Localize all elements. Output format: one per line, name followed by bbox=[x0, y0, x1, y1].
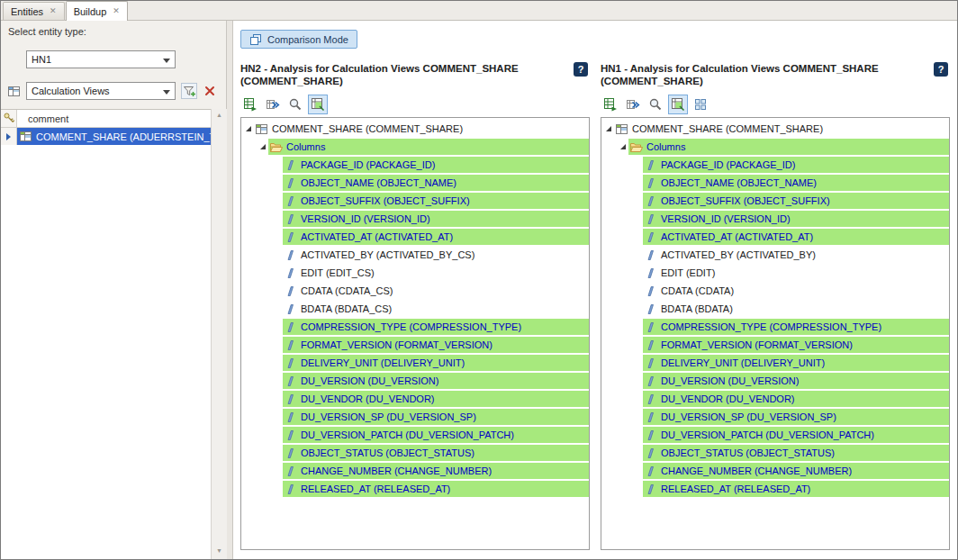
column-icon bbox=[644, 303, 657, 315]
tree-item[interactable]: EDIT (EDIT_CS) bbox=[241, 264, 589, 282]
tree-item-label: VERSION_ID (VERSION_ID) bbox=[661, 213, 791, 224]
tree-item[interactable]: FORMAT_VERSION (FORMAT_VERSION) bbox=[241, 336, 589, 354]
tree-item[interactable]: Columns bbox=[601, 138, 949, 156]
tree-item-label: EDIT (EDIT_CS) bbox=[301, 267, 375, 278]
tree-item[interactable]: CDATA (CDATA) bbox=[601, 282, 949, 300]
table-row[interactable]: COMMENT_SHARE (ADUERRSTEIN_T bbox=[1, 128, 211, 145]
clear-filter-icon[interactable] bbox=[202, 83, 218, 99]
folder-icon bbox=[269, 141, 283, 153]
tree-item[interactable]: DU_VERSION_PATCH (DU_VERSION_PATCH) bbox=[241, 426, 589, 444]
tree-item[interactable]: CDATA (CDATA_CS) bbox=[241, 282, 589, 300]
tree-item[interactable]: DELIVERY_UNIT (DELIVERY_UNIT) bbox=[601, 354, 949, 372]
tree-item[interactable]: RELEASED_AT (RELEASED_AT) bbox=[241, 480, 589, 498]
tree-item[interactable]: OBJECT_SUFFIX (OBJECT_SUFFIX) bbox=[241, 192, 589, 210]
tree-item[interactable]: RELEASED_AT (RELEASED_AT) bbox=[601, 480, 949, 498]
tree-item[interactable]: CHANGE_NUMBER (CHANGE_NUMBER) bbox=[601, 462, 949, 480]
tree-item[interactable]: DELIVERY_UNIT (DELIVERY_UNIT) bbox=[241, 354, 589, 372]
column-icon bbox=[644, 159, 657, 171]
tree-item-label: FORMAT_VERSION (FORMAT_VERSION) bbox=[301, 339, 493, 350]
tree-item-content: OBJECT_STATUS (OBJECT_STATUS) bbox=[283, 445, 589, 461]
excel-export-icon[interactable] bbox=[601, 95, 620, 114]
tree-item[interactable]: DU_VERSION_PATCH (DU_VERSION_PATCH) bbox=[601, 426, 949, 444]
tree-item[interactable]: FORMAT_VERSION (FORMAT_VERSION) bbox=[601, 336, 949, 354]
tree-item[interactable]: OBJECT_STATUS (OBJECT_STATUS) bbox=[601, 444, 949, 462]
tree-item[interactable]: OBJECT_STATUS (OBJECT_STATUS) bbox=[241, 444, 589, 462]
tree-item-content: Columns bbox=[268, 139, 589, 155]
tree-item-label: BDATA (BDATA) bbox=[661, 303, 733, 314]
tree-item[interactable]: ACTIVATED_AT (ACTIVATED_AT) bbox=[241, 228, 589, 246]
tree-item[interactable]: COMMENT_SHARE (COMMENT_SHARE) bbox=[241, 120, 589, 138]
help-icon[interactable]: ? bbox=[934, 62, 948, 77]
column-icon bbox=[284, 177, 297, 189]
tree-item[interactable]: VERSION_ID (VERSION_ID) bbox=[601, 210, 949, 228]
tab-entities[interactable]: Entities ✕ bbox=[3, 2, 65, 20]
selected-row-cell[interactable]: COMMENT_SHARE (ADUERRSTEIN_T bbox=[17, 128, 211, 145]
grid-view-icon[interactable] bbox=[691, 95, 710, 114]
filter-icon[interactable] bbox=[181, 83, 197, 99]
scrollbar[interactable]: ▲ ▼ bbox=[211, 109, 227, 559]
column-icon bbox=[284, 357, 297, 369]
highlight-differences-icon[interactable] bbox=[308, 95, 328, 114]
expander-icon[interactable] bbox=[618, 144, 628, 149]
tree-item[interactable]: DU_VERSION_SP (DU_VERSION_SP) bbox=[241, 408, 589, 426]
tree-item[interactable]: PACKAGE_ID (PACKAGE_ID) bbox=[241, 156, 589, 174]
tree-item[interactable]: VERSION_ID (VERSION_ID) bbox=[241, 210, 589, 228]
zoom-icon[interactable] bbox=[646, 95, 665, 114]
zoom-icon[interactable] bbox=[285, 95, 305, 114]
indent bbox=[241, 435, 272, 436]
tree-item[interactable]: PACKAGE_ID (PACKAGE_ID) bbox=[601, 156, 949, 174]
tree-item[interactable]: BDATA (BDATA_CS) bbox=[241, 300, 589, 318]
tree-item[interactable]: COMMENT_SHARE (COMMENT_SHARE) bbox=[601, 120, 949, 138]
tree-item[interactable]: BDATA (BDATA) bbox=[601, 300, 949, 318]
expander-icon[interactable] bbox=[243, 126, 254, 131]
excel-export-icon[interactable] bbox=[240, 95, 260, 114]
column-icon bbox=[644, 321, 657, 333]
comparison-panels: HN2 - Analysis for Calculation Views COM… bbox=[233, 49, 957, 559]
tree-item[interactable]: DU_VERSION_SP (DU_VERSION_SP) bbox=[601, 408, 949, 426]
send-data-icon[interactable] bbox=[623, 95, 643, 114]
tree-item-label: VERSION_ID (VERSION_ID) bbox=[301, 213, 430, 224]
scroll-down-icon[interactable]: ▼ bbox=[212, 545, 227, 557]
tree-item[interactable]: ACTIVATED_AT (ACTIVATED_AT) bbox=[601, 228, 949, 246]
tree-item-content: ACTIVATED_BY (ACTIVATED_BY) bbox=[643, 247, 949, 263]
column-header-comment[interactable]: comment bbox=[17, 110, 211, 127]
tab-buildup[interactable]: Buildup ✕ bbox=[66, 1, 128, 21]
expander-icon[interactable] bbox=[603, 126, 614, 131]
entity-type-dropdown[interactable]: HN1 bbox=[26, 50, 176, 68]
tree-item[interactable]: ACTIVATED_BY (ACTIVATED_BY_CS) bbox=[241, 246, 589, 264]
tree-item-content: OBJECT_STATUS (OBJECT_STATUS) bbox=[643, 445, 949, 461]
splitter[interactable] bbox=[227, 21, 233, 559]
tree-item[interactable]: DU_VENDOR (DU_VENDOR) bbox=[241, 390, 589, 408]
tree-item[interactable]: DU_VENDOR (DU_VENDOR) bbox=[601, 390, 949, 408]
tree-item-label: DU_VENDOR (DU_VENDOR) bbox=[301, 393, 435, 404]
comparison-mode-button[interactable]: Comparison Mode bbox=[240, 30, 357, 49]
scroll-up-icon[interactable]: ▲ bbox=[212, 109, 227, 122]
expander-icon[interactable] bbox=[258, 144, 268, 149]
tree-item[interactable]: Columns bbox=[241, 138, 589, 156]
tree-item-content: BDATA (BDATA) bbox=[643, 301, 949, 317]
tree-item[interactable]: DU_VERSION (DU_VERSION) bbox=[241, 372, 589, 390]
tree-item-label: OBJECT_STATUS (OBJECT_STATUS) bbox=[661, 447, 835, 458]
tree-item-label: FORMAT_VERSION (FORMAT_VERSION) bbox=[661, 339, 853, 350]
indent bbox=[241, 417, 272, 418]
help-icon[interactable]: ? bbox=[574, 62, 588, 77]
tree-item-label: ACTIVATED_AT (ACTIVATED_AT) bbox=[301, 231, 453, 242]
highlight-differences-icon[interactable] bbox=[668, 95, 688, 114]
close-icon[interactable]: ✕ bbox=[50, 7, 57, 15]
tree-item[interactable]: CHANGE_NUMBER (CHANGE_NUMBER) bbox=[241, 462, 589, 480]
tree-item-content: EDIT (EDIT) bbox=[643, 265, 949, 281]
tree-item-label: DU_VERSION_PATCH (DU_VERSION_PATCH) bbox=[661, 429, 874, 440]
tree-item[interactable]: ACTIVATED_BY (ACTIVATED_BY) bbox=[601, 246, 949, 264]
tree-item[interactable]: COMPRESSION_TYPE (COMPRESSION_TYPE) bbox=[241, 318, 589, 336]
tree-item[interactable]: OBJECT_NAME (OBJECT_NAME) bbox=[241, 174, 589, 192]
tree-item[interactable]: OBJECT_SUFFIX (OBJECT_SUFFIX) bbox=[601, 192, 949, 210]
send-data-icon[interactable] bbox=[263, 95, 283, 114]
close-icon[interactable]: ✕ bbox=[113, 7, 120, 15]
indent bbox=[241, 309, 272, 310]
tree-item[interactable]: OBJECT_NAME (OBJECT_NAME) bbox=[601, 174, 949, 192]
tree-item[interactable]: EDIT (EDIT) bbox=[601, 264, 949, 282]
tree-item[interactable]: COMPRESSION_TYPE (COMPRESSION_TYPE) bbox=[601, 318, 949, 336]
view-type-dropdown[interactable]: Calculation Views bbox=[26, 82, 176, 100]
tree-item-label: DU_VENDOR (DU_VENDOR) bbox=[661, 393, 795, 404]
tree-item[interactable]: DU_VERSION (DU_VERSION) bbox=[601, 372, 949, 390]
